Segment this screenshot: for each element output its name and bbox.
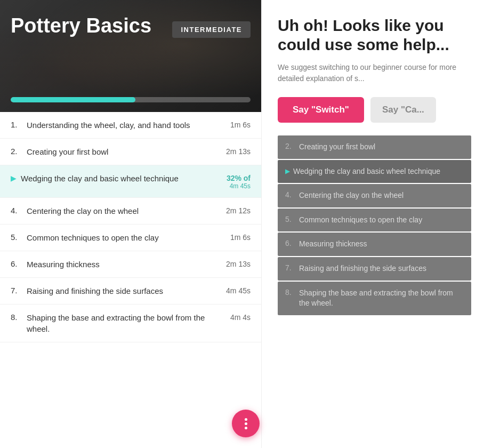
right-lesson-title: Shaping the base and extracting the bowl…: [299, 288, 464, 309]
lesson-title: Understanding the wheel, clay, and hand …: [27, 119, 225, 131]
switch-button[interactable]: Say "Switch": [278, 97, 364, 123]
right-lesson-number: 4.: [285, 190, 297, 199]
right-lesson-item[interactable]: 5. Common techniques to open the clay: [278, 209, 471, 232]
lesson-duration-active: 32% of 4m 45s: [227, 173, 251, 190]
right-lesson-title: Raising and finishing the side surfaces: [299, 263, 426, 274]
more-options-icon: [245, 418, 247, 429]
lesson-number: 6.: [11, 259, 23, 268]
left-panel: Pottery Basics INTERMEDIATE 1. Understan…: [0, 0, 261, 448]
lesson-title: Shaping the base and extracting the bowl…: [27, 312, 225, 334]
lesson-title: Creating your first bowl: [27, 146, 221, 157]
right-lesson-title: Common techniques to open the clay: [299, 215, 422, 226]
right-lesson-number: 7.: [285, 263, 297, 272]
right-play-icon: ▶: [285, 166, 290, 175]
lesson-item[interactable]: 8. Shaping the base and extracting the b…: [0, 305, 261, 342]
play-icon: ▶: [11, 173, 17, 182]
lesson-item[interactable]: 6. Measuring thickness 2m 13s: [0, 251, 261, 278]
lesson-duration: 4m 45s: [226, 285, 251, 295]
right-lesson-item[interactable]: 7. Raising and finishing the side surfac…: [278, 257, 471, 281]
lesson-item[interactable]: 2. Creating your first bowl 2m 13s: [0, 139, 261, 165]
course-title: Pottery Basics: [11, 15, 251, 37]
progress-bar-fill: [11, 97, 135, 102]
lesson-title: Common techniques to open the clay: [27, 232, 225, 243]
course-header: Pottery Basics INTERMEDIATE: [0, 0, 261, 112]
help-title: Uh oh! Looks like you could use some hel…: [278, 16, 471, 54]
lesson-duration-sub: 4m 45s: [227, 182, 251, 190]
lesson-item[interactable]: 4. Centering the clay on the wheel 2m 12…: [0, 198, 261, 225]
right-lesson-item[interactable]: 6. Measuring thickness: [278, 233, 471, 256]
lesson-number: 5.: [11, 232, 23, 242]
right-lesson-item[interactable]: 8. Shaping the base and extracting the b…: [278, 282, 471, 315]
lesson-number: 1.: [11, 119, 23, 129]
right-lesson-number: 5.: [285, 215, 297, 223]
right-lesson-number: 6.: [285, 239, 297, 247]
lesson-item[interactable]: 5. Common techniques to open the clay 1m…: [0, 225, 261, 251]
right-lesson-number: 8.: [285, 288, 297, 297]
lesson-number: 4.: [11, 205, 23, 215]
lesson-duration: 2m 12s: [226, 205, 251, 215]
right-panel: Uh oh! Looks like you could use some hel…: [261, 0, 484, 448]
progress-bar-container: [11, 97, 251, 102]
right-lesson-title: Measuring thickness: [299, 239, 367, 250]
lesson-duration: 1m 6s: [230, 232, 251, 242]
right-lesson-item[interactable]: 4. Centering the clay on the wheel: [278, 184, 471, 207]
help-subtitle: We suggest switching to our beginner cou…: [278, 62, 471, 84]
lesson-title: Wedging the clay and basic wheel techniq…: [21, 173, 221, 184]
lesson-title: Measuring thickness: [27, 259, 221, 270]
lesson-item[interactable]: 7. Raising and finishing the side surfac…: [0, 278, 261, 305]
lesson-list: 1. Understanding the wheel, clay, and ha…: [0, 112, 261, 448]
right-lesson-title: Creating your first bowl: [299, 142, 375, 153]
lesson-item[interactable]: 1. Understanding the wheel, clay, and ha…: [0, 112, 261, 139]
lesson-title: Centering the clay on the wheel: [27, 205, 221, 217]
right-active-lesson-item[interactable]: ▶ Wedging the clay and basic wheel techn…: [278, 160, 471, 183]
lesson-number: 8.: [11, 312, 23, 322]
right-lesson-item[interactable]: 2. Creating your first bowl: [278, 135, 471, 159]
active-lesson-item[interactable]: ▶ Wedging the clay and basic wheel techn…: [0, 165, 261, 198]
action-buttons: Say "Switch" Say "Ca...: [278, 97, 471, 123]
lesson-number: 7.: [11, 285, 23, 295]
right-lesson-list: 2. Creating your first bowl ▶ Wedging th…: [278, 135, 471, 437]
cancel-button[interactable]: Say "Ca...: [370, 97, 436, 123]
lesson-duration: 4m 4s: [230, 312, 251, 322]
lesson-number: 2.: [11, 146, 23, 156]
right-lesson-title: Wedging the clay and basic wheel techniq…: [293, 166, 440, 177]
right-lesson-number: 2.: [285, 142, 297, 150]
lesson-duration: 1m 6s: [230, 119, 251, 129]
floating-action-button[interactable]: [232, 410, 260, 437]
right-lesson-title: Centering the clay on the wheel: [299, 190, 404, 201]
lesson-duration: 2m 13s: [226, 259, 251, 268]
lesson-duration: 2m 13s: [226, 146, 251, 156]
lesson-title: Raising and finishing the side surfaces: [27, 285, 221, 297]
